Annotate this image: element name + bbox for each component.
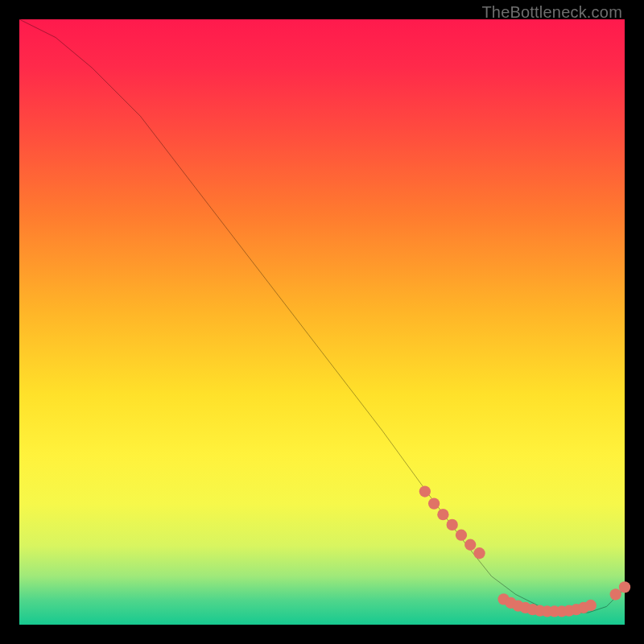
bottleneck-curve (19, 19, 625, 613)
chart-frame: TheBottleneck.com (0, 0, 644, 644)
marker-dot (447, 519, 458, 530)
marker-dot (456, 530, 467, 541)
marker-dot (428, 497, 440, 509)
data-markers (419, 485, 630, 617)
chart-overlay (19, 19, 625, 625)
marker-dot (473, 547, 485, 559)
marker-dot (419, 485, 431, 497)
marker-dot (437, 509, 448, 520)
marker-dot (464, 539, 476, 551)
marker-dot (619, 581, 630, 592)
marker-dot (585, 600, 597, 611)
marker-dot (610, 588, 621, 600)
